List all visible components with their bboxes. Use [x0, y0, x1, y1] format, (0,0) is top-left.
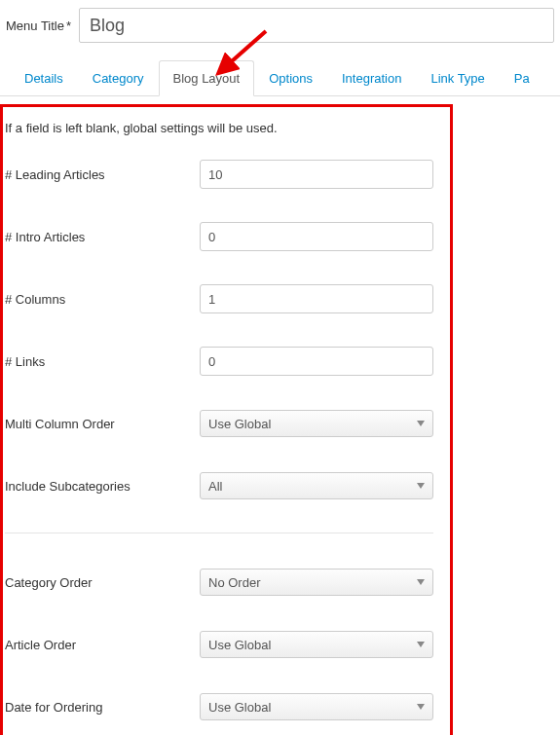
- section-divider: [5, 533, 433, 533]
- links-label: # Links: [5, 354, 200, 369]
- tab-details[interactable]: Details: [10, 60, 78, 96]
- chevron-down-icon: [417, 704, 425, 710]
- tab-options[interactable]: Options: [254, 60, 327, 96]
- include-subcategories-label: Include Subcategories: [5, 479, 200, 494]
- article-order-select[interactable]: Use Global: [200, 631, 433, 658]
- category-order-select[interactable]: No Order: [200, 569, 433, 596]
- intro-articles-input[interactable]: [200, 222, 433, 251]
- columns-label: # Columns: [5, 292, 200, 307]
- menu-title-input[interactable]: [79, 8, 554, 43]
- article-order-label: Article Order: [5, 638, 200, 652]
- tab-page-partial[interactable]: Pa: [500, 60, 544, 96]
- chevron-down-icon: [417, 421, 425, 426]
- chevron-down-icon: [417, 579, 425, 585]
- chevron-down-icon: [417, 642, 425, 647]
- intro-articles-label: # Intro Articles: [5, 230, 200, 244]
- tab-category[interactable]: Category: [78, 60, 159, 96]
- tab-blog-layout[interactable]: Blog Layout: [159, 60, 255, 96]
- tab-integration[interactable]: Integration: [327, 60, 416, 96]
- date-for-ordering-select[interactable]: Use Global: [200, 693, 433, 720]
- include-subcategories-select[interactable]: All: [200, 472, 433, 499]
- date-for-ordering-label: Date for Ordering: [5, 700, 200, 715]
- menu-title-label: Menu Title*: [6, 18, 71, 33]
- links-input[interactable]: [200, 347, 433, 376]
- category-order-label: Category Order: [5, 575, 200, 590]
- highlight-box: If a field is left blank, global setting…: [0, 104, 453, 735]
- help-text: If a field is left blank, global setting…: [3, 121, 450, 159]
- chevron-down-icon: [417, 483, 425, 489]
- multi-column-order-select[interactable]: Use Global: [200, 410, 433, 437]
- multi-column-order-label: Multi Column Order: [5, 417, 200, 431]
- leading-articles-label: # Leading Articles: [5, 167, 200, 182]
- tab-link-type[interactable]: Link Type: [416, 60, 499, 96]
- leading-articles-input[interactable]: [200, 160, 433, 189]
- columns-input[interactable]: [200, 284, 433, 313]
- tabs-bar: Details Category Blog Layout Options Int…: [0, 60, 560, 96]
